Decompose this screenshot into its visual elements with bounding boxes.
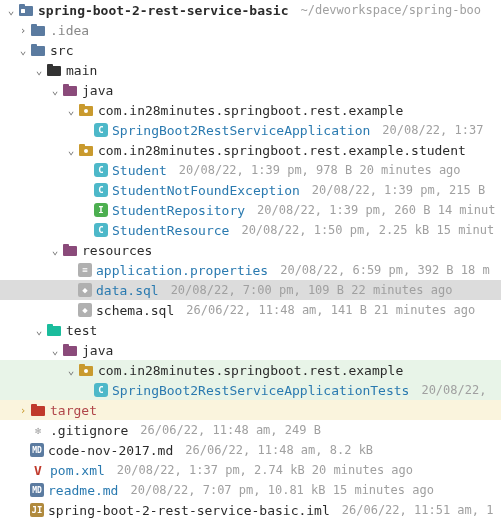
- resources-folder-icon: [62, 242, 78, 258]
- item-label: com.in28minutes.springboot.rest.example: [98, 103, 403, 118]
- iml-file-icon: JI: [30, 503, 44, 517]
- tree-item-main[interactable]: ⌄ main: [0, 60, 501, 80]
- tree-item-student[interactable]: › C Student 20/08/22, 1:39 pm, 978 B 20 …: [0, 160, 501, 180]
- svg-rect-27: [31, 404, 37, 408]
- markdown-file-icon: MD: [30, 443, 44, 457]
- svg-rect-15: [79, 144, 85, 148]
- tree-item-package-test[interactable]: ⌄ com.in28minutes.springboot.rest.exampl…: [0, 360, 501, 380]
- tree-item-pom[interactable]: › V pom.xml 20/08/22, 1:37 pm, 2.74 kB 2…: [0, 460, 501, 480]
- markdown-file-icon: MD: [30, 483, 44, 497]
- source-folder-icon: [62, 82, 78, 98]
- class-icon: C: [94, 183, 108, 197]
- tree-item-sres[interactable]: › C StudentResource 20/08/22, 1:50 pm, 2…: [0, 220, 501, 240]
- tree-item-schemasql[interactable]: › ◆ schema.sql 26/06/22, 11:48 am, 141 B…: [0, 300, 501, 320]
- svg-rect-8: [47, 64, 53, 68]
- file-meta: 20/08/22, 1:39 pm, 978 B 20 minutes ago: [179, 163, 461, 177]
- tree-item-app-class[interactable]: › C SpringBoot2RestServiceApplication 20…: [0, 120, 501, 140]
- tree-item-java-test[interactable]: ⌄ java: [0, 340, 501, 360]
- collapse-icon: ⌄: [16, 44, 30, 57]
- item-label: Student: [112, 163, 167, 178]
- file-meta: 26/06/22, 11:48 am, 249 B: [140, 423, 321, 437]
- file-meta: 20/08/22, 7:07 pm, 10.81 kB 15 minutes a…: [130, 483, 433, 497]
- tree-item-test[interactable]: ⌄ test: [0, 320, 501, 340]
- item-label: StudentRepository: [112, 203, 245, 218]
- tree-item-appprops[interactable]: › ≡ application.properties 20/08/22, 6:5…: [0, 260, 501, 280]
- collapse-icon: ⌄: [48, 344, 62, 357]
- svg-rect-20: [47, 324, 53, 328]
- collapse-icon: ⌄: [48, 84, 62, 97]
- svg-rect-1: [19, 4, 25, 8]
- tree-item-package-student[interactable]: ⌄ com.in28minutes.springboot.rest.exampl…: [0, 140, 501, 160]
- item-label: SpringBoot2RestServiceApplicationTests: [112, 383, 409, 398]
- tree-item-target[interactable]: › target: [0, 400, 501, 420]
- tree-item-datasql[interactable]: › ◆ data.sql 20/08/22, 7:00 pm, 109 B 22…: [0, 280, 501, 300]
- file-meta: 20/08/22, 1:37: [382, 123, 483, 137]
- svg-point-13: [84, 109, 88, 113]
- item-label: src: [50, 43, 73, 58]
- project-folder-icon: [18, 2, 34, 18]
- svg-rect-6: [31, 44, 37, 48]
- item-label: StudentResource: [112, 223, 229, 238]
- svg-rect-18: [63, 244, 69, 248]
- interface-icon: I: [94, 203, 108, 217]
- svg-point-25: [84, 369, 88, 373]
- collapse-icon: ⌄: [64, 144, 78, 157]
- item-label: target: [50, 403, 97, 418]
- item-label: schema.sql: [96, 303, 174, 318]
- tree-item-iml[interactable]: › JI spring-boot-2-rest-service-basic.im…: [0, 500, 501, 520]
- item-label: java: [82, 83, 113, 98]
- item-label: application.properties: [96, 263, 268, 278]
- gitignore-file-icon: ✻: [30, 422, 46, 438]
- svg-rect-24: [79, 364, 85, 368]
- tree-item-java[interactable]: ⌄ java: [0, 80, 501, 100]
- tree-item-codenov[interactable]: › MD code-nov-2017.md 26/06/22, 11:48 am…: [0, 440, 501, 460]
- class-icon: C: [94, 163, 108, 177]
- svg-rect-2: [21, 9, 25, 13]
- file-meta: 20/08/22, 1:39 pm, 260 B 14 minut: [257, 203, 495, 217]
- file-meta: 26/06/22, 11:48 am, 8.2 kB: [185, 443, 373, 457]
- collapse-icon: ⌄: [4, 4, 18, 17]
- collapse-icon: ⌄: [32, 324, 46, 337]
- item-label: resources: [82, 243, 152, 258]
- folder-icon: [30, 22, 46, 38]
- project-name: spring-boot-2-rest-service-basic: [38, 3, 288, 18]
- package-icon: [78, 102, 94, 118]
- file-meta: 20/08/22, 1:37 pm, 2.74 kB 20 minutes ag…: [117, 463, 413, 477]
- tree-item-src[interactable]: ⌄ src: [0, 40, 501, 60]
- file-meta: 20/08/22, 6:59 pm, 392 B 18 m: [280, 263, 490, 277]
- file-meta: 20/08/22, 1:39 pm, 215 B: [312, 183, 485, 197]
- tree-item-srepo[interactable]: › I StudentRepository 20/08/22, 1:39 pm,…: [0, 200, 501, 220]
- item-label: pom.xml: [50, 463, 105, 478]
- tree-item-snfe[interactable]: › C StudentNotFoundException 20/08/22, 1…: [0, 180, 501, 200]
- tree-item-resources[interactable]: ⌄ resources: [0, 240, 501, 260]
- svg-point-16: [84, 149, 88, 153]
- file-meta: 26/06/22, 11:48 am, 141 B 21 minutes ago: [186, 303, 475, 317]
- test-folder-icon: [46, 322, 62, 338]
- tree-item-idea[interactable]: › .idea: [0, 20, 501, 40]
- expand-icon: ›: [16, 404, 30, 417]
- item-label: spring-boot-2-rest-service-basic.iml: [48, 503, 330, 518]
- class-icon: C: [94, 383, 108, 397]
- tree-item-app-tests[interactable]: › C SpringBoot2RestServiceApplicationTes…: [0, 380, 501, 400]
- collapse-icon: ⌄: [32, 64, 46, 77]
- item-label: test: [66, 323, 97, 338]
- item-label: data.sql: [96, 283, 159, 298]
- tree-item-package[interactable]: ⌄ com.in28minutes.springboot.rest.exampl…: [0, 100, 501, 120]
- folder-icon: [46, 62, 62, 78]
- package-icon: [78, 362, 94, 378]
- item-label: code-nov-2017.md: [48, 443, 173, 458]
- item-label: .idea: [50, 23, 89, 38]
- package-icon: [78, 142, 94, 158]
- file-meta: 20/08/22,: [421, 383, 486, 397]
- class-icon: C: [94, 123, 108, 137]
- tree-item-gitignore[interactable]: › ✻ .gitignore 26/06/22, 11:48 am, 249 B: [0, 420, 501, 440]
- file-meta: 20/08/22, 7:00 pm, 109 B 22 minutes ago: [171, 283, 453, 297]
- maven-file-icon: V: [30, 462, 46, 478]
- project-root[interactable]: ⌄ spring-boot-2-rest-service-basic ~/dev…: [0, 0, 501, 20]
- collapse-icon: ⌄: [64, 364, 78, 377]
- tree-item-readme[interactable]: › MD readme.md 20/08/22, 7:07 pm, 10.81 …: [0, 480, 501, 500]
- svg-rect-10: [63, 84, 69, 88]
- item-label: main: [66, 63, 97, 78]
- class-icon: C: [94, 223, 108, 237]
- file-meta: 26/06/22, 11:51 am, 1: [342, 503, 494, 517]
